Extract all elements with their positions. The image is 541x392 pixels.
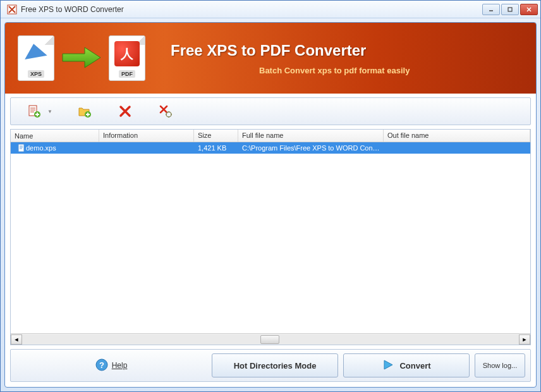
scroll-left-button[interactable]: ◄ (11, 334, 22, 345)
list-body[interactable]: demo.xps 1,421 KB C:\Program Files\Free … (11, 142, 530, 333)
banner: XPS 人 PDF Free XPS to PDF Converter Batc… (5, 23, 536, 94)
list-header: Name Information Size Full file name Out… (11, 130, 530, 142)
bottom-bar: ? Help Hot Directories Mode Convert Show… (10, 349, 531, 382)
minimize-button[interactable] (482, 4, 500, 15)
add-folder-button[interactable] (76, 103, 93, 119)
help-area: ? Help (16, 358, 207, 373)
show-log-button[interactable]: Show log... (475, 353, 525, 377)
column-header-out-file-name[interactable]: Out file name (384, 130, 530, 142)
pdf-file-icon: 人 PDF (109, 35, 145, 81)
xps-label: XPS (28, 70, 44, 78)
column-header-name[interactable]: Name (11, 130, 99, 142)
window-controls (482, 4, 538, 15)
column-header-full-file-name[interactable]: Full file name (238, 130, 384, 142)
help-icon: ? (95, 358, 108, 373)
svg-text:?: ? (99, 360, 104, 370)
add-file-button[interactable] (26, 103, 42, 119)
app-icon (7, 4, 17, 15)
content-area: XPS 人 PDF Free XPS to PDF Converter Batc… (4, 22, 537, 388)
maximize-button[interactable] (501, 4, 519, 15)
cell-out-file-name (384, 147, 530, 149)
banner-title: Free XPS to PDF Converter (171, 42, 410, 59)
banner-text: Free XPS to PDF Converter Batch Convert … (171, 42, 410, 75)
horizontal-scrollbar[interactable]: ◄ ► (11, 333, 530, 345)
titlebar: Free XPS to WORD Converter (1, 1, 540, 18)
help-link[interactable]: Help (112, 361, 128, 370)
svg-point-6 (166, 112, 171, 117)
svg-rect-7 (18, 144, 24, 152)
app-window: Free XPS to WORD Converter XPS 人 (0, 0, 541, 392)
xps-file-icon: XPS (18, 35, 54, 81)
scroll-thumb[interactable] (260, 335, 279, 344)
cell-full-file-name: C:\Program Files\Free XPS to WORD Conv..… (238, 143, 384, 153)
pdf-label: PDF (119, 70, 135, 78)
play-icon (382, 358, 394, 373)
cell-name: demo.xps (26, 144, 56, 152)
hot-directories-button[interactable]: Hot Directories Mode (212, 353, 338, 377)
remove-button[interactable] (117, 103, 133, 119)
cell-size: 1,421 KB (194, 143, 238, 153)
table-row[interactable]: demo.xps 1,421 KB C:\Program Files\Free … (11, 142, 530, 154)
toolbar-container: ▼ (5, 94, 536, 129)
remove-settings-button[interactable] (157, 103, 174, 119)
file-icon (17, 144, 26, 152)
hot-directories-label: Hot Directories Mode (234, 361, 317, 371)
svg-rect-2 (508, 8, 512, 11)
arrow-right-icon (59, 45, 104, 72)
banner-subtitle: Batch Convert xps to pdf format easily (259, 66, 410, 75)
window-title: Free XPS to WORD Converter (21, 5, 482, 14)
convert-label: Convert (399, 361, 430, 371)
dropdown-arrow-icon[interactable]: ▼ (47, 109, 52, 114)
banner-icons: XPS 人 PDF (18, 35, 145, 81)
column-header-information[interactable]: Information (99, 130, 194, 142)
cell-information (99, 147, 194, 149)
show-log-label: Show log... (483, 362, 517, 369)
convert-button[interactable]: Convert (343, 353, 470, 377)
column-header-size[interactable]: Size (194, 130, 238, 142)
scroll-right-button[interactable]: ► (519, 334, 530, 345)
toolbar: ▼ (10, 97, 531, 125)
file-list: Name Information Size Full file name Out… (10, 129, 531, 345)
close-button[interactable] (520, 4, 538, 15)
scroll-track[interactable] (22, 334, 519, 345)
